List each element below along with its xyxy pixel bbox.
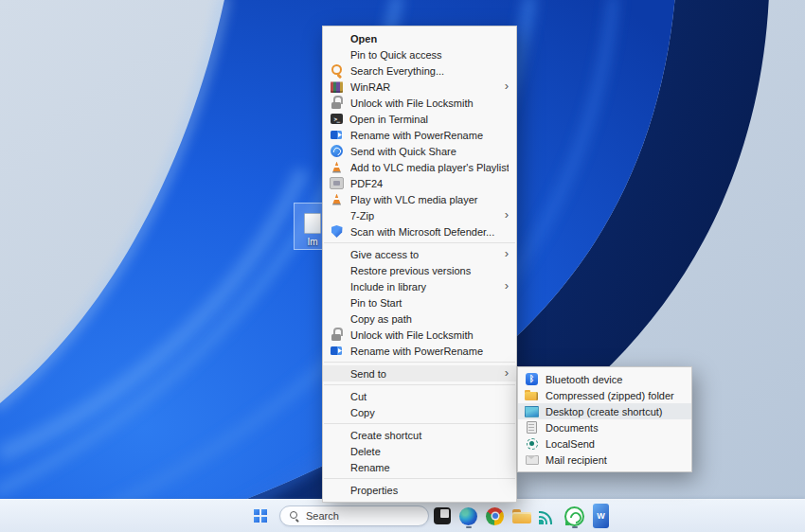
menu-item-label: Create shortcut xyxy=(350,430,509,441)
localsend-icon xyxy=(525,436,539,451)
menu-item-mail-recipient[interactable]: Mail recipient xyxy=(518,452,691,468)
menu-separator xyxy=(324,384,515,385)
submenu-arrow-icon: › xyxy=(505,249,509,258)
submenu-arrow-icon: › xyxy=(505,210,509,220)
menu-item-open[interactable]: Open xyxy=(323,30,516,46)
menu-item-label: Documents xyxy=(546,422,684,434)
menu-item-add-to-vlc-media-player-s-playlist[interactable]: Add to VLC media player's Playlist xyxy=(323,159,516,175)
vlc-icon xyxy=(330,160,344,174)
menu-item-label: Open in Terminal xyxy=(349,114,509,125)
menu-item-label: WinRAR xyxy=(350,81,501,93)
menu-item-open-in-terminal[interactable]: >_Open in Terminal xyxy=(323,111,516,127)
chrome-icon[interactable] xyxy=(484,503,506,529)
menu-item-copy-as-path[interactable]: Copy as path xyxy=(323,310,516,327)
menu-item-7-zip[interactable]: 7-Zip› xyxy=(323,207,516,223)
menu-item-label: Compressed (zipped) folder xyxy=(546,390,684,401)
blank-icon xyxy=(330,47,344,62)
wave-arcs-icon[interactable] xyxy=(537,503,559,529)
task-view-dark-icon[interactable] xyxy=(431,503,453,529)
menu-item-cut[interactable]: Cut xyxy=(323,388,516,404)
search-icon xyxy=(290,511,299,521)
blank-icon xyxy=(330,460,344,474)
menu-item-rename[interactable]: Rename xyxy=(323,459,516,475)
menu-item-label: Send to xyxy=(350,368,501,380)
menu-item-label: Play with VLC media player xyxy=(350,194,509,205)
menu-item-unlock-with-file-locksmith[interactable]: Unlock with File Locksmith xyxy=(323,327,516,343)
submenu-arrow-icon: › xyxy=(505,81,509,91)
taskbar-search[interactable]: Search xyxy=(279,505,429,526)
menu-separator xyxy=(324,478,515,479)
menu-item-label: Rename xyxy=(350,462,509,473)
menu-item-label: Restore previous versions xyxy=(350,265,509,276)
submenu-arrow-icon: › xyxy=(505,281,509,291)
menu-item-create-shortcut[interactable]: Create shortcut xyxy=(323,427,516,443)
whatsapp-icon[interactable] xyxy=(564,503,585,529)
menu-item-send-to[interactable]: Send to› xyxy=(323,365,516,381)
menu-item-documents[interactable]: Documents xyxy=(518,419,691,435)
mail-icon xyxy=(525,452,539,467)
blank-icon xyxy=(330,279,344,293)
zip-folder-icon xyxy=(525,388,539,402)
menu-item-pin-to-start[interactable]: Pin to Start xyxy=(323,294,516,310)
menu-item-label: Copy as path xyxy=(350,313,509,325)
menu-item-delete[interactable]: Delete xyxy=(323,443,516,459)
locksmith-icon xyxy=(330,96,344,110)
menu-item-label: PDF24 xyxy=(350,178,509,189)
menu-separator xyxy=(324,423,515,424)
edge-icon[interactable] xyxy=(457,503,479,529)
menu-item-compressed-zipped-folder[interactable]: Compressed (zipped) folder xyxy=(518,387,691,403)
menu-item-give-access-to[interactable]: Give access to› xyxy=(323,246,516,262)
menu-item-unlock-with-file-locksmith[interactable]: Unlock with File Locksmith xyxy=(323,95,516,111)
menu-item-properties[interactable]: Properties xyxy=(323,482,516,498)
menu-item-label: Give access to xyxy=(350,249,501,260)
word-icon[interactable]: W xyxy=(590,503,612,529)
search-everything-icon xyxy=(330,63,344,78)
file-explorer-icon[interactable] xyxy=(510,503,532,529)
menu-item-search-everything[interactable]: Search Everything... xyxy=(323,62,516,79)
menu-item-winrar[interactable]: WinRAR› xyxy=(323,79,516,95)
terminal-icon: >_ xyxy=(331,114,343,124)
vlc-icon xyxy=(330,192,344,206)
desktop-icon-label: Im xyxy=(307,237,317,249)
menu-item-scan-with-microsoft-defender[interactable]: Scan with Microsoft Defender... xyxy=(323,223,516,239)
send-to-submenu: ᛒBluetooth deviceCompressed (zipped) fol… xyxy=(517,366,692,472)
menu-item-restore-previous-versions[interactable]: Restore previous versions xyxy=(323,262,516,278)
blank-icon xyxy=(330,366,344,381)
start-button[interactable] xyxy=(248,504,273,528)
pdf24-icon xyxy=(330,176,344,190)
menu-item-label: Rename with PowerRename xyxy=(350,346,509,357)
quickshare-icon xyxy=(331,145,343,157)
menu-item-localsend[interactable]: LocalSend xyxy=(518,435,691,452)
blank-icon xyxy=(330,444,344,458)
submenu-arrow-icon: › xyxy=(505,368,509,378)
menu-item-send-with-quick-share[interactable]: Send with Quick Share xyxy=(323,143,516,159)
menu-item-label: LocalSend xyxy=(546,438,684,450)
menu-item-label: Copy xyxy=(350,407,509,418)
menu-item-pin-to-quick-access[interactable]: Pin to Quick access xyxy=(323,46,516,62)
app-glyph: W xyxy=(597,511,605,521)
menu-item-bluetooth-device[interactable]: ᛒBluetooth device xyxy=(518,371,691,387)
menu-item-label: Open xyxy=(350,33,509,44)
blank-icon xyxy=(330,295,344,310)
menu-item-pdf24[interactable]: PDF24 xyxy=(323,175,516,191)
menu-item-rename-with-powerrename[interactable]: Rename with PowerRename xyxy=(323,343,516,359)
menu-item-rename-with-powerrename[interactable]: Rename with PowerRename xyxy=(323,127,516,143)
blank-icon xyxy=(330,405,344,419)
blank-icon xyxy=(330,208,344,222)
blank-icon xyxy=(330,389,344,403)
menu-separator xyxy=(324,242,515,243)
blank-icon xyxy=(330,31,344,45)
menu-item-desktop-create-shortcut[interactable]: Desktop (create shortcut) xyxy=(518,403,691,419)
desktop-shortcut-icon xyxy=(525,404,539,418)
blank-icon xyxy=(330,483,344,497)
defender-icon xyxy=(330,224,344,239)
file-thumbnail-icon xyxy=(304,213,321,234)
menu-item-label: Search Everything... xyxy=(350,65,509,77)
menu-item-include-in-library[interactable]: Include in library› xyxy=(323,278,516,294)
menu-item-play-with-vlc-media-player[interactable]: Play with VLC media player xyxy=(323,191,516,207)
taskbar-app-icons: W xyxy=(431,500,612,532)
menu-separator xyxy=(324,362,515,363)
powerrename-icon xyxy=(330,128,344,142)
menu-item-copy[interactable]: Copy xyxy=(323,404,516,420)
menu-item-label: Scan with Microsoft Defender... xyxy=(350,226,509,238)
